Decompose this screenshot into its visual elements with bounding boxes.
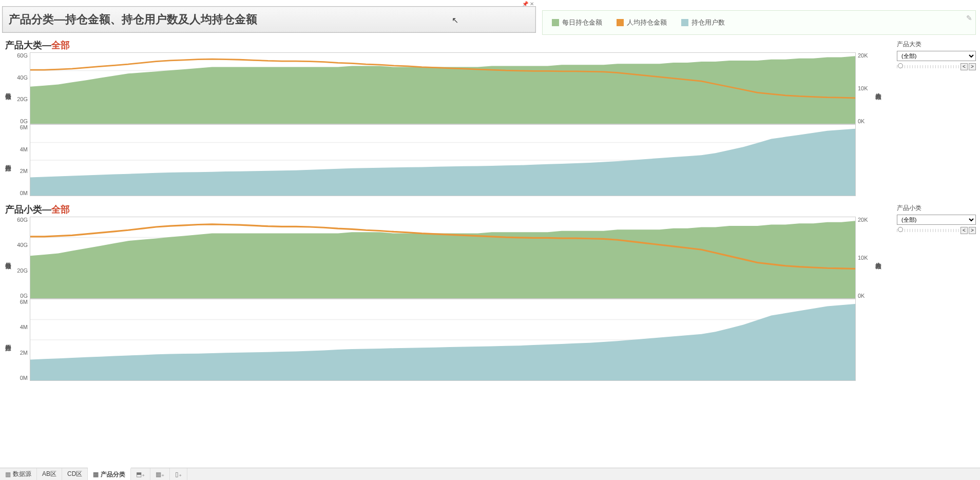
filter-small: 产品小类 (全部) < > [897, 204, 976, 234]
tick: 0K [858, 293, 864, 299]
filter-big-label: 产品大类 [897, 40, 976, 49]
slider-next-icon[interactable]: > [969, 227, 976, 234]
chart-small-upper-row: 每日持仓金额 60G 40G 20G 0G 20K 10K 0K 人均持仓金额 [3, 217, 882, 299]
legend-highlight-icon[interactable]: ✎ [966, 14, 972, 22]
tick: 20G [17, 96, 28, 102]
tab-label: CD区 [67, 470, 82, 478]
tab-datasource[interactable]: ▦ 数据源 [0, 468, 37, 480]
yticks-users-big: 6M 4M 2M 0M [12, 124, 30, 196]
chart-big-lower-row: 持仓用户数 6M 4M 2M 0M [3, 124, 882, 196]
bottom-tabs: ▦ 数据源 AB区 CD区 ▦ 产品分类 ⬒₊ ▦₊ ▯₊ [0, 468, 980, 480]
swatch-orange-icon [617, 19, 624, 26]
close-icon[interactable]: ✕ [530, 1, 534, 7]
new-worksheet-button[interactable]: ⬒₊ [131, 468, 150, 480]
tab-label: 数据源 [13, 470, 31, 478]
title-toolbar: 📌 ✕ [2, 1, 536, 6]
swatch-green-icon [552, 19, 559, 26]
title-card: 📌 ✕ 产品分类—持仓金额、持仓用户数及人均持仓金额 [2, 1, 536, 33]
tick: 0M [20, 375, 28, 381]
slider-thumb-icon[interactable] [898, 63, 903, 68]
tick: 20K [858, 52, 868, 59]
tick: 4M [20, 146, 28, 152]
section-prefix-big: 产品大类— [5, 40, 51, 50]
axis-label-daily-left-2: 每日持仓金额 [3, 217, 12, 299]
tab-ab[interactable]: AB区 [37, 468, 62, 480]
new-story-button[interactable]: ▯₊ [170, 468, 187, 480]
filter-big: 产品大类 (全部) < > [897, 40, 976, 70]
filters-column: 产品大类 (全部) < > 产品小类 (全部) < > [893, 35, 980, 468]
section-title-small: 产品小类—全部 [5, 203, 882, 216]
slider-track[interactable] [897, 229, 959, 232]
plot-small-upper[interactable] [30, 217, 856, 299]
spacer [856, 124, 873, 196]
tab-label: AB区 [42, 470, 56, 478]
new-story-icon: ▯₊ [175, 471, 182, 478]
plot-big-lower[interactable] [30, 124, 856, 196]
filter-small-select[interactable]: (全部) [897, 215, 976, 225]
tab-label: 产品分类 [101, 470, 125, 479]
section-prefix-small: 产品小类— [5, 204, 51, 215]
yticks-daily-left-small: 60G 40G 20G 0G [12, 217, 30, 299]
slider-next-icon[interactable]: > [969, 63, 976, 70]
legend-label-daily: 每日持仓金额 [562, 18, 602, 27]
dashboard-icon: ▦ [93, 471, 99, 478]
charts-column: 产品大类—全部 每日持仓金额 60G 40G 20G 0G 20K 10K 0K… [0, 35, 893, 468]
yticks-daily-right-big: 20K 10K 0K [856, 52, 873, 124]
datasource-icon: ▦ [5, 471, 11, 478]
tick: 0G [20, 118, 28, 124]
pin-icon[interactable]: 📌 [522, 1, 528, 7]
slider-prev-icon[interactable]: < [960, 63, 968, 70]
filter-small-label: 产品小类 [897, 204, 976, 213]
legend-item-percap[interactable]: 人均持仓金额 [617, 18, 667, 27]
top-row: 📌 ✕ 产品分类—持仓金额、持仓用户数及人均持仓金额 每日持仓金额 人均持仓金额… [0, 0, 980, 35]
filter-big-slider[interactable]: < > [897, 63, 976, 70]
plot-small-lower[interactable] [30, 299, 856, 381]
new-sheet-icon: ⬒₊ [136, 471, 145, 478]
axis-label-users-left: 持仓用户数 [3, 124, 12, 196]
tick: 10K [858, 85, 868, 91]
new-dashboard-icon: ▦₊ [156, 471, 164, 478]
section-title-big: 产品大类—全部 [5, 39, 882, 51]
slider-thumb-icon[interactable] [898, 227, 903, 232]
tick: 0M [20, 190, 28, 196]
legend-label-users: 持仓用户数 [691, 18, 725, 27]
new-dashboard-button[interactable]: ▦₊ [150, 468, 170, 480]
tab-cd[interactable]: CD区 [62, 468, 88, 480]
filter-big-select[interactable]: (全部) [897, 51, 976, 61]
spacer [873, 124, 882, 196]
section-value-small: 全部 [51, 204, 70, 215]
chart-big-upper-row: 每日持仓金额 60G 40G 20G 0G 20K 10K 0K 人均持仓金额 [3, 52, 882, 124]
title-box[interactable]: 产品分类—持仓金额、持仓用户数及人均持仓金额 [2, 6, 536, 33]
chart-small-lower-row: 持仓用户数 6M 4M 2M 0M [3, 299, 882, 381]
axis-label-daily-right: 人均持仓金额 [873, 52, 882, 124]
tick: 2M [20, 168, 28, 174]
legend-item-users[interactable]: 持仓用户数 [681, 18, 725, 27]
tick: 60G [17, 217, 28, 223]
yticks-daily-right-small: 20K 10K 0K [856, 217, 873, 299]
dashboard-body: 产品大类—全部 每日持仓金额 60G 40G 20G 0G 20K 10K 0K… [0, 35, 980, 468]
slider-track[interactable] [897, 65, 959, 68]
legend-item-daily[interactable]: 每日持仓金额 [552, 18, 602, 27]
dashboard-title: 产品分类—持仓金额、持仓用户数及人均持仓金额 [9, 12, 529, 27]
tick: 6M [20, 124, 28, 130]
tick: 40G [17, 242, 28, 248]
filter-small-slider[interactable]: < > [897, 227, 976, 234]
swatch-teal-icon [681, 19, 688, 26]
tick: 2M [20, 350, 28, 356]
tick: 6M [20, 299, 28, 305]
legend-label-percap: 人均持仓金额 [627, 18, 667, 27]
axis-label-daily-left: 每日持仓金额 [3, 52, 12, 124]
slider-prev-icon[interactable]: < [960, 227, 968, 234]
tick: 60G [17, 52, 28, 59]
tick: 4M [20, 324, 28, 330]
tick: 0G [20, 293, 28, 299]
tick: 10K [858, 255, 868, 261]
yticks-users-small: 6M 4M 2M 0M [12, 299, 30, 381]
chart-group-small: 每日持仓金额 60G 40G 20G 0G 20K 10K 0K 人均持仓金额 … [3, 217, 882, 381]
spacer [873, 299, 882, 381]
tab-product[interactable]: ▦ 产品分类 [88, 468, 131, 480]
spacer [856, 299, 873, 381]
axis-label-daily-right-2: 人均持仓金额 [873, 217, 882, 299]
tick: 40G [17, 74, 28, 81]
plot-big-upper[interactable] [30, 52, 856, 124]
